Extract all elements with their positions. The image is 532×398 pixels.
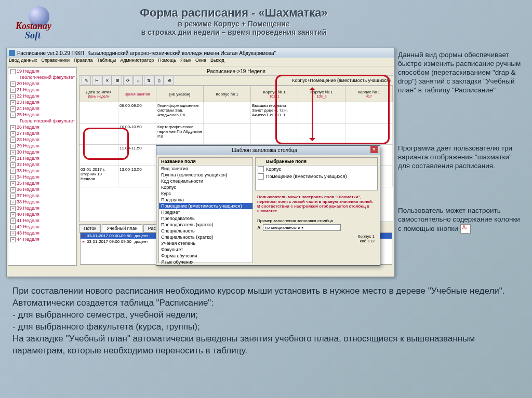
tree-item[interactable]: 36 Неделя bbox=[8, 186, 76, 193]
tree-item[interactable]: 41 Неделя bbox=[8, 217, 76, 224]
field-item[interactable]: Корпус bbox=[159, 184, 252, 190]
tree-item[interactable]: 35 Неделя bbox=[8, 180, 76, 186]
field-item[interactable]: Специальность (кратко) bbox=[159, 234, 252, 240]
toolbar-button[interactable]: ⎙ bbox=[154, 76, 164, 85]
tree-item[interactable]: 32 Неделя bbox=[8, 161, 76, 168]
column-header[interactable]: Корпус № 1417 bbox=[345, 86, 393, 102]
tree-item[interactable]: 34 Неделя bbox=[8, 174, 76, 180]
column-header[interactable]: [не указан] bbox=[156, 86, 204, 102]
checkbox[interactable] bbox=[258, 173, 264, 180]
tree-item[interactable]: 42 Неделя bbox=[8, 224, 76, 230]
column-header[interactable]: Корпус № 1 bbox=[204, 86, 251, 102]
tree-item[interactable]: 43 Неделя bbox=[8, 230, 76, 236]
tree-item[interactable]: 40 Неделя bbox=[8, 211, 76, 217]
column-header[interactable]: Время занятия bbox=[118, 86, 156, 102]
tree-item[interactable]: 29 Неделя bbox=[8, 143, 76, 149]
page-subtitle-1: в режиме Корпус + Помещение bbox=[68, 20, 400, 28]
titlebar[interactable]: Расписание ver.2.0.29 ГККП "Кызылординск… bbox=[7, 48, 394, 58]
tree-item[interactable]: 21 Неделя bbox=[8, 87, 76, 93]
column-header[interactable]: Корпус № 1101_1 bbox=[251, 86, 298, 102]
tree-item[interactable]: Геологический факультет bbox=[8, 74, 76, 80]
field-item[interactable]: Специальность bbox=[159, 228, 252, 234]
menu-item[interactable]: Таблицы bbox=[97, 58, 116, 66]
table-cell: Картографическое черчение Пр Абдуллин Р.… bbox=[156, 123, 204, 144]
selected-field-item[interactable]: Помещение (вместимость учащихся) bbox=[256, 173, 377, 180]
toolbar-button[interactable]: ⇅ bbox=[144, 76, 153, 85]
tree-item[interactable]: 38 Неделя bbox=[8, 199, 76, 205]
table-cell bbox=[298, 102, 345, 123]
field-item[interactable]: Факультет bbox=[159, 246, 252, 253]
tab-Поток[interactable]: Поток bbox=[79, 224, 101, 232]
selected-fields-list[interactable]: Выбранные поля КорпусПомещение (вместимо… bbox=[255, 157, 378, 190]
field-item[interactable]: Вид занятия bbox=[159, 166, 252, 172]
logo: Kostanay Soft bbox=[16, 6, 62, 43]
tree-item[interactable]: 25 Неделя bbox=[8, 112, 76, 118]
column-header[interactable]: Дата занятияДень недели bbox=[79, 86, 118, 102]
field-item[interactable]: Преподаватель bbox=[159, 215, 252, 222]
menu-item[interactable]: Окна bbox=[195, 58, 206, 66]
menu-item[interactable]: Администратор bbox=[120, 58, 154, 66]
menu-item[interactable]: Правила bbox=[74, 58, 93, 66]
menu-item[interactable]: Справочники bbox=[41, 58, 70, 66]
panel-toolbar: ✎ ✂ ✕ ⊞ ⟳ ⌕ ⇅ ⎙ ⚙ Корпус+Помещение (вмес… bbox=[79, 75, 393, 86]
close-button[interactable]: ✕ bbox=[370, 146, 378, 153]
tree-item[interactable]: 28 Неделя bbox=[8, 136, 76, 143]
tree-item[interactable]: 20 Неделя bbox=[8, 80, 76, 87]
tree-item[interactable]: 19 Неделя bbox=[8, 68, 76, 74]
table-row[interactable]: 10.00-10.50Картографическое черчение Пр … bbox=[79, 123, 393, 145]
toolbar-button[interactable]: ⊞ bbox=[113, 76, 122, 85]
field-item[interactable]: Предмет bbox=[159, 209, 252, 215]
logo-text-2: Soft bbox=[25, 30, 41, 41]
tree-item[interactable]: 33 Неделя bbox=[8, 168, 76, 174]
menu-item[interactable]: Помощь bbox=[158, 58, 176, 66]
menu-item[interactable]: Выход bbox=[210, 58, 224, 66]
toolbar-button[interactable]: ⟳ bbox=[123, 76, 132, 85]
menu-item[interactable]: Ввод данных bbox=[9, 58, 37, 66]
field-item[interactable]: Помещение (вместимость учащихся) bbox=[159, 203, 252, 209]
table-cell bbox=[79, 123, 118, 144]
tree-item[interactable]: 44 Неделя bbox=[8, 236, 76, 242]
field-item[interactable]: Преподаватель (кратко) bbox=[159, 222, 252, 228]
tree-item[interactable]: 23 Неделя bbox=[8, 99, 76, 105]
bold-label: A bbox=[257, 225, 261, 230]
menu-item[interactable]: Язык bbox=[180, 58, 191, 66]
tree-item[interactable]: 37 Неделя bbox=[8, 193, 76, 199]
table-cell bbox=[79, 102, 118, 123]
field-item[interactable]: Подгруппа bbox=[159, 197, 252, 203]
table-cell bbox=[251, 123, 298, 144]
week-tree[interactable]: 19 НеделяГеологический факультет20 Недел… bbox=[8, 67, 77, 266]
example-combo[interactable]: по специальности ▾ bbox=[263, 224, 341, 231]
field-item[interactable]: Форма обучения bbox=[159, 253, 252, 259]
bottom-paragraph: При составлении нового расписания необхо… bbox=[12, 285, 520, 357]
tree-item[interactable]: 26 Неделя bbox=[8, 124, 76, 130]
tree-item[interactable]: 31 Неделя bbox=[8, 155, 76, 161]
toolbar-button[interactable]: ⚙ bbox=[165, 76, 174, 85]
dialog-title: Шаблон заголовка столбца bbox=[158, 146, 370, 155]
side-note-3: Пользователь может настроить самостоятел… bbox=[398, 207, 525, 234]
tree-item[interactable]: 27 Неделя bbox=[8, 130, 76, 136]
tree-item[interactable]: Геологический факультет bbox=[8, 118, 76, 124]
checkbox[interactable] bbox=[258, 166, 264, 172]
tab-Учебный план[interactable]: Учебный план bbox=[102, 224, 142, 232]
selected-field-item[interactable]: Корпус bbox=[256, 166, 377, 173]
field-item[interactable]: Ученая степень bbox=[159, 240, 252, 246]
tree-item[interactable]: 24 Неделя bbox=[8, 105, 76, 112]
dialog-titlebar[interactable]: Шаблон заголовка столбца ✕ bbox=[156, 146, 380, 155]
tree-item[interactable]: 30 Неделя bbox=[8, 149, 76, 155]
toolbar-button[interactable]: ⌕ bbox=[134, 76, 143, 85]
field-item[interactable]: Язык обучения bbox=[159, 259, 252, 265]
toolbar-button[interactable]: ✎ bbox=[82, 76, 91, 85]
tree-item[interactable]: 39 Неделя bbox=[8, 205, 76, 211]
column-header[interactable]: Корпус № 1109_3 bbox=[298, 86, 345, 102]
toolbar-button[interactable]: ✕ bbox=[102, 76, 112, 85]
available-fields-list[interactable]: Название поля Вид занятияГруппа (количес… bbox=[158, 157, 253, 263]
toolbar-button[interactable]: ✂ bbox=[92, 76, 101, 85]
field-item[interactable]: Группа (количество учащихся) bbox=[159, 172, 252, 178]
page-title-block: Форма расписания - «Шахматка» в режиме К… bbox=[68, 6, 400, 36]
field-item[interactable]: Курс bbox=[159, 190, 252, 197]
table-cell bbox=[79, 145, 118, 166]
table-row[interactable]: 09.00-09.50Геоинформационные системы Зав… bbox=[79, 102, 393, 123]
table-cell bbox=[345, 102, 393, 123]
field-item[interactable]: Код специальности bbox=[159, 178, 252, 184]
tree-item[interactable]: 22 Неделя bbox=[8, 93, 76, 99]
